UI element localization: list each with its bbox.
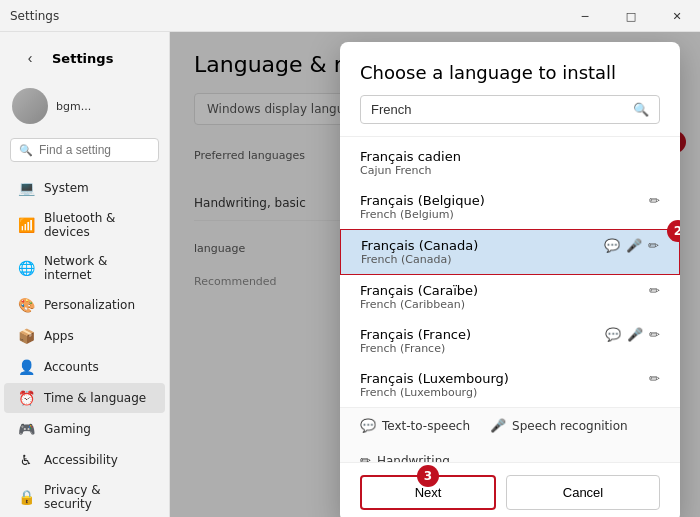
list-item[interactable]: Français cadien Cajun French — [340, 141, 680, 185]
privacy-icon: 🔒 — [18, 489, 34, 505]
sidebar-item-system[interactable]: 💻 System — [4, 173, 165, 203]
lang-icons-caribbean: ✏️ — [649, 283, 660, 298]
list-item[interactable]: Français (Luxembourg) ✏️ French (Luxembo… — [340, 363, 680, 407]
sidebar-item-label-accounts: Accounts — [44, 360, 99, 374]
minimize-button[interactable]: ─ — [562, 0, 608, 32]
modal-search-box[interactable]: 🔍 — [360, 95, 660, 124]
speech-label: Speech recognition — [512, 419, 628, 433]
time-icon: ⏰ — [18, 390, 34, 406]
window-chrome: Settings ─ □ ✕ — [0, 0, 700, 32]
network-icon: 🌐 — [18, 260, 34, 276]
speech-feature-icon: 🎤 — [490, 418, 506, 433]
lang-native-luxembourg: Français (Luxembourg) ✏️ — [360, 371, 660, 386]
list-item[interactable]: Français (Belgique) ✏️ French (Belgium) — [340, 185, 680, 229]
sidebar: ‹ Settings bgm... 🔍 💻 System 📶 Bluetooth… — [0, 32, 170, 517]
app-container: ‹ Settings bgm... 🔍 💻 System 📶 Bluetooth… — [0, 32, 700, 517]
sidebar-search-box[interactable]: 🔍 — [10, 138, 159, 162]
feature-speech: 🎤 Speech recognition — [490, 418, 628, 433]
sidebar-item-gaming[interactable]: 🎮 Gaming — [4, 414, 165, 444]
edit-icon: ✏️ — [649, 371, 660, 386]
modal-search-input[interactable] — [371, 102, 625, 117]
lang-icons-france: 💬 🎤 ✏️ — [605, 327, 660, 342]
lang-native-canada: Français (Canada) 💬 🎤 ✏️ — [361, 238, 659, 253]
sidebar-item-apps[interactable]: 📦 Apps — [4, 321, 165, 351]
speech-icon: 🎤 — [626, 238, 642, 253]
modal-footer: Next 3 Cancel — [340, 462, 680, 517]
step2-badge: 2 — [667, 220, 680, 242]
edit-icon: ✏️ — [649, 327, 660, 342]
tts-icon: 💬 — [604, 238, 620, 253]
lang-english-cajun: Cajun French — [360, 164, 660, 177]
tts-label: Text-to-speech — [382, 419, 470, 433]
modal-title: Choose a language to install — [360, 62, 660, 83]
sidebar-item-network[interactable]: 🌐 Network & internet — [4, 247, 165, 289]
lang-native-caribbean: Français (Caraïbe) ✏️ — [360, 283, 660, 298]
back-button[interactable]: ‹ — [16, 44, 44, 72]
gaming-icon: 🎮 — [18, 421, 34, 437]
sidebar-item-label-time: Time & language — [44, 391, 146, 405]
sidebar-item-privacy[interactable]: 🔒 Privacy & security — [4, 476, 165, 517]
lang-english-belgium: French (Belgium) — [360, 208, 660, 221]
feature-handwriting: ✏️ Handwriting — [360, 453, 450, 462]
features-section: 💬 Text-to-speech 🎤 Speech recognition ✏️… — [340, 407, 680, 462]
sidebar-item-label-personalization: Personalization — [44, 298, 135, 312]
feature-tts: 💬 Text-to-speech — [360, 418, 470, 433]
sidebar-item-label-apps: Apps — [44, 329, 74, 343]
lang-english-france: French (France) — [360, 342, 660, 355]
window-title: Settings — [10, 9, 59, 23]
lang-english-canada: French (Canada) — [361, 253, 659, 266]
lang-icons-belgium: ✏️ — [649, 193, 660, 208]
cancel-button[interactable]: Cancel — [506, 475, 660, 510]
sidebar-title: Settings — [52, 51, 113, 66]
handwriting-feature-icon: ✏️ — [360, 453, 371, 462]
step3-badge: 3 — [417, 465, 439, 487]
sidebar-item-label-gaming: Gaming — [44, 422, 91, 436]
edit-icon: ✏️ — [649, 283, 660, 298]
list-item-selected[interactable]: Français (Canada) 💬 🎤 ✏️ French (Canada)… — [340, 229, 680, 275]
avatar — [12, 88, 48, 124]
sidebar-item-accounts[interactable]: 👤 Accounts — [4, 352, 165, 382]
nav-list: 💻 System 📶 Bluetooth & devices 🌐 Network… — [0, 168, 169, 517]
accounts-icon: 👤 — [18, 359, 34, 375]
language-install-modal: Choose a language to install 🔍 Français … — [340, 42, 680, 517]
sidebar-item-time[interactable]: ⏰ Time & language — [4, 383, 165, 413]
main-content: Language & region Windows display langua… — [170, 32, 700, 517]
lang-icons-luxembourg: ✏️ — [649, 371, 660, 386]
speech-icon: 🎤 — [627, 327, 643, 342]
list-item[interactable]: Français (Caraïbe) ✏️ French (Caribbean) — [340, 275, 680, 319]
sidebar-search-input[interactable] — [39, 143, 150, 157]
user-name: bgm... — [56, 100, 91, 113]
bluetooth-icon: 📶 — [18, 217, 34, 233]
window-controls: ─ □ ✕ — [562, 0, 700, 31]
lang-icons-canada: 💬 🎤 ✏️ — [604, 238, 659, 253]
apps-icon: 📦 — [18, 328, 34, 344]
list-item[interactable]: Français (France) 💬 🎤 ✏️ French (France) — [340, 319, 680, 363]
sidebar-item-label-privacy: Privacy & security — [44, 483, 151, 511]
sidebar-header: ‹ Settings — [0, 32, 169, 80]
features-row: 💬 Text-to-speech 🎤 Speech recognition ✏️… — [360, 418, 660, 462]
modal-language-list[interactable]: Français cadien Cajun French Français (B… — [340, 136, 680, 462]
close-button[interactable]: ✕ — [654, 0, 700, 32]
lang-native-cajun: Français cadien — [360, 149, 660, 164]
user-area: bgm... — [0, 80, 169, 132]
sidebar-item-accessibility[interactable]: ♿ Accessibility — [4, 445, 165, 475]
modal-overlay: Choose a language to install 🔍 Français … — [170, 32, 700, 517]
sidebar-item-personalization[interactable]: 🎨 Personalization — [4, 290, 165, 320]
modal-header: Choose a language to install 🔍 — [340, 42, 680, 136]
sidebar-item-bluetooth[interactable]: 📶 Bluetooth & devices — [4, 204, 165, 246]
sidebar-item-label-network: Network & internet — [44, 254, 151, 282]
lang-native-belgium: Français (Belgique) ✏️ — [360, 193, 660, 208]
handwriting-icon: ✏️ — [648, 238, 659, 253]
sidebar-item-label-bluetooth: Bluetooth & devices — [44, 211, 151, 239]
sidebar-item-label-system: System — [44, 181, 89, 195]
lang-english-caribbean: French (Caribbean) — [360, 298, 660, 311]
sidebar-item-label-accessibility: Accessibility — [44, 453, 118, 467]
handwriting-label: Handwriting — [377, 454, 450, 463]
lang-english-luxembourg: French (Luxembourg) — [360, 386, 660, 399]
lang-native-france: Français (France) 💬 🎤 ✏️ — [360, 327, 660, 342]
modal-search-icon: 🔍 — [633, 102, 649, 117]
tts-feature-icon: 💬 — [360, 418, 376, 433]
maximize-button[interactable]: □ — [608, 0, 654, 32]
system-icon: 💻 — [18, 180, 34, 196]
tts-icon: 💬 — [605, 327, 621, 342]
